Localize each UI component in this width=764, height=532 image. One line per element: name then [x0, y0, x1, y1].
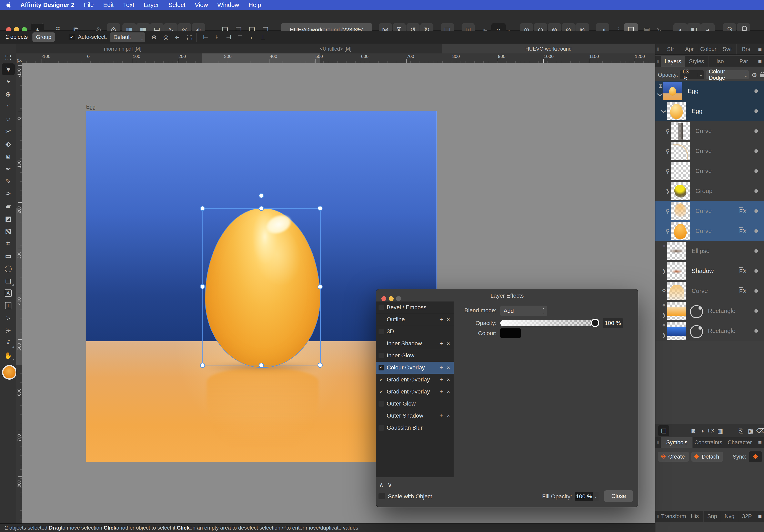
app-menu[interactable]: Affinity Designer 2 — [20, 1, 75, 8]
selection-bounding-box[interactable] — [202, 208, 321, 366]
layer-row[interactable]: ❖❯Rectangle — [656, 301, 764, 321]
document-tab[interactable]: HUEVO workaround — [442, 44, 655, 54]
node-tool[interactable]: ➤ — [2, 76, 15, 87]
menu-layer[interactable]: Layer — [144, 1, 159, 8]
artistic-text-tool[interactable]: A — [2, 287, 15, 299]
auto-select-checkbox[interactable]: ✓ — [69, 34, 75, 40]
tab-swt[interactable]: Swt — [718, 44, 737, 55]
align-middle-icon[interactable]: ⫠ — [246, 32, 257, 42]
effect-row-outline[interactable]: Outline+× — [376, 313, 454, 326]
tab-brs[interactable]: Brs — [736, 44, 755, 55]
layer-visibility-dot[interactable] — [754, 129, 758, 133]
vector-brush-tool[interactable]: ✑ — [2, 188, 15, 199]
fill-gradient-tool[interactable]: ▰ — [2, 200, 15, 212]
tab-nvg[interactable]: Nvg — [721, 511, 738, 522]
chevron-right-icon[interactable]: ❯ — [666, 189, 670, 194]
selection-handle[interactable] — [259, 206, 264, 211]
effect-checkbox[interactable] — [379, 304, 384, 310]
new-layer-icon[interactable]: ⎘ — [735, 425, 746, 436]
layer-visibility-dot[interactable] — [754, 209, 758, 213]
remove-effect-icon[interactable]: × — [447, 316, 450, 323]
vertical-ruler[interactable]: -1000100200300400500600700800 — [16, 63, 22, 523]
effect-checkbox[interactable]: ✓ — [379, 365, 384, 370]
select-sampled-icon[interactable]: ⬚ — [184, 32, 195, 42]
dialog-blend-mode-dropdown[interactable]: Add ⌃⌄ — [500, 305, 547, 316]
chevron-down-icon[interactable]: ⌄ — [593, 492, 599, 501]
layer-visibility-dot[interactable] — [754, 269, 758, 273]
dialog-opacity-value[interactable]: 100 % — [603, 318, 623, 328]
selection-handle[interactable] — [200, 284, 205, 289]
menu-file[interactable]: File — [84, 1, 94, 8]
horizontal-ruler[interactable]: -100010020030040050060070080090010001100… — [22, 54, 655, 63]
fill-opacity-value[interactable]: 100 % — [575, 492, 593, 501]
layer-row[interactable]: ❯Group — [656, 181, 764, 201]
tab-layers[interactable]: Layers — [661, 56, 684, 67]
transform-separately-icon[interactable]: ⇿ — [172, 32, 183, 42]
auto-select-dropdown[interactable]: Default ⌃⌄ — [110, 32, 145, 42]
effect-checkbox[interactable] — [379, 401, 384, 407]
tab-snp[interactable]: Snp — [703, 511, 721, 522]
tab-transform[interactable]: Transform — [661, 511, 686, 522]
layer-thumbnail-streaks[interactable] — [671, 122, 690, 140]
duplicate-layer-icon[interactable]: ❏ — [658, 425, 669, 436]
effect-row-gradient-overlay[interactable]: ✓Gradient Overlay+× — [376, 386, 454, 398]
layer-visibility-dot[interactable] — [754, 289, 758, 293]
panel-grip[interactable]: ‖ — [657, 47, 659, 52]
measure-tool[interactable]: ⫽ — [2, 337, 15, 349]
selection-handle[interactable] — [259, 363, 264, 368]
effect-row-outer-glow[interactable]: Outer Glow — [376, 398, 454, 410]
layer-row[interactable]: ⚲Curve — [656, 141, 764, 161]
align-top-icon[interactable]: ⊤ — [235, 32, 246, 42]
adjustment-icon[interactable] — [690, 305, 703, 318]
align-bottom-icon[interactable]: ⊥ — [257, 32, 268, 42]
rectangle-tool[interactable]: ▭ — [2, 250, 15, 262]
ruler-unit-label[interactable]: px — [16, 54, 22, 63]
place-image-tool[interactable]: ▧ — [2, 225, 15, 237]
panel-menu-icon[interactable]: ≡ — [755, 58, 764, 65]
remove-effect-icon[interactable]: × — [447, 389, 450, 395]
layer-thumbnail-smudgered[interactable] — [667, 262, 686, 280]
rounded-rectangle-tool[interactable]: ▢ — [2, 275, 15, 286]
colour-wheel-selector[interactable] — [2, 365, 17, 380]
remove-effect-icon[interactable]: × — [447, 413, 450, 419]
selection-handle[interactable] — [317, 284, 323, 289]
vector-crop-tool[interactable]: ⌗ — [2, 238, 15, 249]
tab-par[interactable]: Par — [732, 56, 755, 67]
layer-visibility-dot[interactable] — [754, 89, 758, 93]
detach-symbol-button[interactable]: ❋ Detach — [691, 452, 723, 461]
frame-text-tool[interactable]: T — [2, 300, 15, 311]
add-effect-icon[interactable]: + — [439, 376, 443, 383]
align-right-icon[interactable]: ⊣ — [223, 32, 234, 42]
group-button[interactable]: Group — [33, 32, 55, 42]
colour-swatch[interactable] — [500, 328, 521, 338]
menu-edit[interactable]: Edit — [103, 1, 114, 8]
panel-menu-icon[interactable]: ≡ — [755, 46, 764, 53]
layer-row[interactable]: ❖❯Rectangle — [656, 321, 764, 341]
artboard-label[interactable]: Egg — [86, 103, 96, 110]
effect-row-3d[interactable]: 3D — [376, 326, 454, 338]
cycle-selection-box-icon[interactable]: ⊕ — [148, 32, 160, 42]
effect-row-outer-shadow[interactable]: Outer Shadow+× — [376, 410, 454, 422]
effect-reorder-buttons[interactable]: ∧∨ — [379, 481, 396, 489]
blend-mode-dropdown[interactable]: Colour Dodge ⌃⌄ — [706, 71, 749, 80]
selection-handle[interactable] — [200, 206, 205, 211]
menu-select[interactable]: Select — [168, 1, 185, 8]
corner-tool[interactable]: ◜ — [2, 101, 15, 112]
effect-checkbox[interactable] — [379, 425, 384, 431]
layer-thumbnail-egg[interactable] — [667, 102, 686, 120]
panel-menu-icon[interactable]: ≡ — [755, 439, 764, 446]
selection-handle[interactable] — [317, 206, 323, 211]
layer-visibility-dot[interactable] — [754, 249, 758, 253]
effect-row-gradient-overlay[interactable]: ✓Gradient Overlay+× — [376, 374, 454, 386]
effect-row-inner-glow[interactable]: Inner Glow — [376, 350, 454, 362]
layer-row[interactable]: ⚲Curve — [656, 121, 764, 141]
layer-row[interactable]: ⚲Curve — [656, 161, 764, 181]
colour-picker-tool[interactable]: ⌲ — [2, 325, 15, 336]
transparency-tool[interactable]: ◩ — [2, 213, 15, 224]
layer-visibility-dot[interactable] — [754, 109, 758, 113]
layer-thumbnail-smudgedark[interactable] — [667, 242, 686, 260]
layer-thumbnail-groupblob[interactable] — [671, 182, 690, 200]
panel-grip[interactable]: ‖ — [657, 59, 659, 64]
artboard-tool[interactable]: ⬚ — [2, 51, 15, 63]
add-effect-icon[interactable]: + — [439, 340, 443, 347]
